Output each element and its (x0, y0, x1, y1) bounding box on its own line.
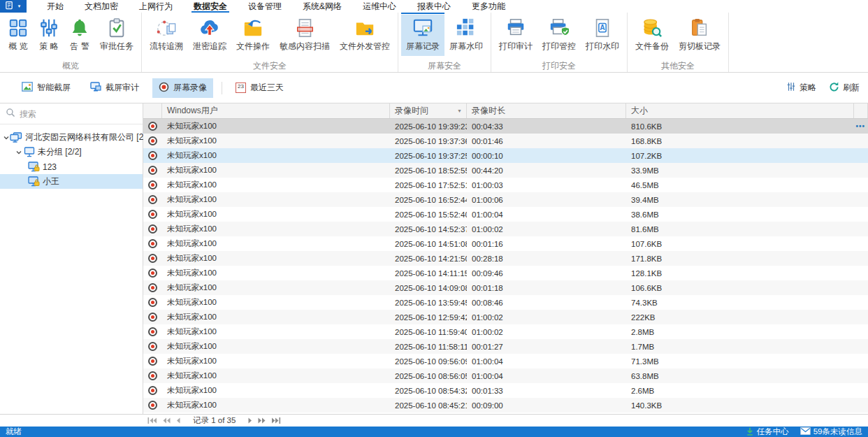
tab-smart-screenshot[interactable]: 智能截屏 (15, 78, 77, 97)
search-input[interactable] (20, 109, 124, 119)
menu-item[interactable]: 运维中心 (352, 0, 407, 13)
table-body: 未知玩家x100 2025-06-10 19:39:23 00:04:33 81… (143, 119, 868, 414)
ribbon-button-leak-track[interactable]: 泄密追踪 (188, 15, 231, 56)
ribbon-button-approval-tasks[interactable]: 审批任务 (95, 15, 138, 56)
tab-screen-recording[interactable]: 屏幕录像 (152, 78, 213, 98)
table-row[interactable]: 未知玩家x100 2025-06-10 12:59:42 01:00:02 22… (143, 310, 868, 324)
refresh-button[interactable]: 刷新 (829, 82, 860, 94)
menu-item[interactable]: 数据安全 (183, 0, 238, 13)
cell-record-time: 2025-06-10 13:59:45 (390, 299, 467, 307)
cell-windows-user: 未知玩家x100 (162, 356, 390, 366)
folder-send-icon (354, 17, 375, 38)
table-row[interactable]: 未知玩家x100 2025-06-10 14:51:08 00:01:16 10… (143, 236, 868, 251)
tree-item-terminal-123[interactable]: 123 (0, 159, 143, 174)
table-row[interactable]: 未知玩家x100 2025-06-10 08:56:05 01:00:04 63… (143, 368, 868, 383)
menu-item[interactable]: 报表中心 (407, 0, 461, 13)
cell-size: 38.6MB (626, 210, 854, 219)
table-row[interactable]: 未知玩家x100 2025-06-10 11:59:40 01:00:02 2.… (143, 324, 868, 339)
ribbon-button-sensitive-content-scan[interactable]: 敏感内容扫描 (275, 15, 335, 56)
record-icon (148, 386, 157, 395)
table-row[interactable]: 未知玩家x100 2025-06-10 14:11:15 00:09:46 12… (143, 266, 868, 280)
table-row[interactable]: 未知玩家x100 2025-06-10 19:37:25 00:00:10 10… (143, 148, 868, 163)
ribbon-button-screen-record[interactable]: 屏幕记录 (401, 15, 444, 56)
table-row[interactable]: 未知玩家x100 2025-06-10 14:21:50 00:28:18 17… (143, 251, 868, 266)
table-row[interactable]: 未知玩家x100 2025-06-10 16:52:44 01:00:06 39… (143, 192, 868, 207)
tree-item-company[interactable]: 河北安固云网络科技有限公司 [2/2] (0, 130, 143, 145)
app-icon (6, 0, 16, 13)
menu-item[interactable]: 开始 (36, 0, 74, 13)
ribbon-button-screen-watermark[interactable]: 屏幕水印 (444, 15, 488, 56)
sort-dropdown-icon[interactable]: ▼ (457, 108, 462, 113)
ribbon-button-flow-trace[interactable]: 流转追溯 (145, 15, 188, 56)
table-row[interactable]: 未知玩家x100 2025-06-10 14:52:37 01:00:02 81… (143, 222, 868, 236)
ribbon-button-print-audit[interactable]: 打印审计 (494, 15, 537, 56)
table-row[interactable]: 未知玩家x100 2025-06-10 15:52:40 01:00:04 38… (143, 207, 868, 222)
cell-size: 128.1KB (626, 269, 854, 278)
cell-duration: 01:00:02 (467, 225, 626, 234)
record-icon (148, 357, 157, 366)
policy-action-button[interactable]: 策略 (786, 82, 816, 94)
table-row[interactable]: 未知玩家x100 2025-06-10 19:37:36 00:01:46 16… (143, 134, 868, 148)
menu-item[interactable]: 更多功能 (461, 0, 516, 13)
menu-item[interactable]: 设备管理 (238, 0, 292, 13)
prev-page-button[interactable] (176, 417, 180, 424)
table-row[interactable]: 未知玩家x100 2025-06-10 19:39:23 00:04:33 81… (143, 119, 868, 134)
table-row[interactable]: 未知玩家x100 2025-06-10 11:58:11 00:01:27 1.… (143, 339, 868, 354)
column-header-duration[interactable]: 录像时长 (467, 103, 626, 118)
first-page-button[interactable] (147, 417, 157, 424)
cell-size: 74.3KB (626, 299, 854, 307)
table-row[interactable]: 未知玩家x100 2025-06-10 08:45:21 00:09:00 14… (143, 398, 868, 413)
table-row[interactable]: 未知玩家x100 2025-06-10 14:09:08 00:01:18 10… (143, 280, 868, 295)
cell-size: 63.8MB (626, 372, 854, 380)
tree-item-terminal-xiaowang[interactable]: 小王 (0, 174, 143, 189)
menu-item[interactable]: 系统&网络 (292, 0, 352, 13)
ribbon-button-overview[interactable]: 概 览 (3, 15, 34, 56)
last-page-button[interactable] (271, 417, 281, 424)
cell-duration: 01:00:03 (467, 181, 626, 189)
ribbon-button-file-backup[interactable]: 文件备份 (630, 15, 674, 56)
document-a-icon: A (592, 17, 613, 38)
table-row[interactable]: 未知玩家x100 2025-06-10 08:54:32 00:01:33 2.… (143, 383, 868, 398)
chevron-down-icon[interactable] (3, 134, 10, 141)
column-header-record-time[interactable]: 录像时间▼ (390, 103, 467, 118)
ribbon-button-print-watermark[interactable]: A 打印水印 (581, 15, 624, 56)
app-menu-button[interactable]: ▼ (0, 0, 27, 13)
unread-messages-button[interactable]: 59条未读信息 (800, 427, 862, 437)
ribbon-button-file-operations[interactable]: 文件操作 (231, 15, 275, 56)
org-tree: 河北安固云网络科技有限公司 [2/2] 未分组 [2/2] 123 小王 (0, 124, 143, 189)
cell-record-time: 2025-06-10 11:59:40 (390, 328, 467, 336)
cell-record-time: 2025-06-10 14:52:37 (390, 225, 467, 234)
ribbon-button-policy[interactable]: 策 略 (34, 15, 64, 56)
next-block-button[interactable] (258, 417, 266, 424)
table-row[interactable]: 未知玩家x100 2025-06-10 17:52:51 01:00:03 46… (143, 178, 868, 192)
table-row[interactable]: 未知玩家x100 2025-06-10 09:56:09 01:00:04 71… (143, 354, 868, 368)
ribbon-button-clipboard-record[interactable]: 剪切板记录 (674, 15, 725, 56)
record-icon (148, 180, 157, 189)
ribbon-button-print-control[interactable]: 打印管控 (537, 15, 581, 56)
menu-item[interactable]: 文档加密 (74, 0, 129, 13)
table-row[interactable]: 未知玩家x100 2025-06-10 18:52:55 00:44:20 33… (143, 163, 868, 178)
tab-last-three-days[interactable]: 23 最近三天 (229, 78, 290, 97)
main-content: 河北安固云网络科技有限公司 [2/2] 未分组 [2/2] 123 小王 Win… (0, 103, 868, 414)
ribbon-button-alerts[interactable]: 告 警 (64, 15, 95, 56)
cell-windows-user: 未知玩家x100 (162, 327, 390, 337)
screen-audit-icon (90, 82, 101, 94)
prev-block-button[interactable] (163, 417, 171, 424)
row-menu-icon[interactable]: ••• (855, 123, 865, 130)
ribbon-button-file-outgoing-control[interactable]: 文件外发管控 (335, 15, 395, 56)
cell-record-time: 2025-06-10 17:52:51 (390, 181, 467, 189)
chevron-down-icon[interactable] (14, 149, 24, 156)
next-page-button[interactable] (248, 417, 252, 424)
column-header-size[interactable]: 大小 (626, 103, 854, 118)
cell-windows-user: 未知玩家x100 (162, 312, 390, 322)
record-icon (148, 151, 157, 160)
menu-item[interactable]: 上网行为 (129, 0, 183, 13)
table-row[interactable]: 未知玩家x100 2025-06-10 13:59:45 00:08:46 74… (143, 295, 868, 310)
cell-duration: 01:00:04 (467, 372, 626, 380)
column-header-windows-user[interactable]: Windows用户 (162, 103, 390, 118)
tab-screenshot-audit[interactable]: 截屏审计 (84, 78, 145, 97)
task-center-button[interactable]: 任务中心 (746, 427, 789, 437)
tree-item-ungrouped[interactable]: 未分组 [2/2] (0, 145, 143, 159)
cell-record-time: 2025-06-10 14:21:50 (390, 255, 467, 263)
cell-size: 71.3MB (626, 357, 854, 366)
